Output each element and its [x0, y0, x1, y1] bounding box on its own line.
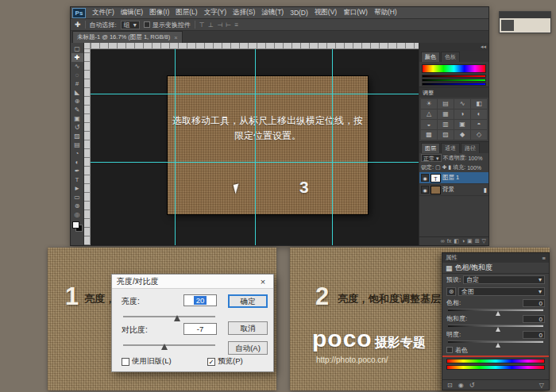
layer-style-icon[interactable]: fx	[447, 238, 451, 244]
adjustment-icon[interactable]: ☀	[421, 99, 437, 109]
adjustment-icon[interactable]: ▣	[454, 120, 470, 129]
clone-stamp-tool[interactable]: ▣	[71, 114, 83, 123]
history-brush-tool[interactable]: ↺	[71, 123, 83, 132]
quick-selection-tool[interactable]: ◌	[71, 71, 83, 79]
saturation-value-input[interactable]: 0	[523, 315, 545, 323]
hue-slider-thumb[interactable]	[496, 311, 500, 316]
hue-value-input[interactable]: 0	[523, 299, 545, 307]
preset-dropdown[interactable]: 自定 ▾	[463, 275, 545, 284]
fill-value[interactable]: 100%	[467, 165, 481, 171]
layer-group-icon[interactable]: ▣	[467, 238, 473, 244]
adjustment-icon[interactable]: ◇	[471, 130, 487, 140]
brightness-slider-thumb[interactable]	[174, 315, 180, 321]
tab-layers[interactable]: 图层	[421, 143, 440, 153]
delete-adjustment-icon[interactable]: ▽	[539, 382, 544, 389]
eraser-tool[interactable]: ▨	[71, 132, 83, 140]
adjustment-icon[interactable]: ◧	[471, 99, 487, 109]
reset-icon[interactable]: ↺	[469, 382, 475, 389]
brush-tool[interactable]: ✎	[71, 106, 83, 114]
menu-edit[interactable]: 编辑(E)	[118, 8, 146, 17]
move-tool[interactable]: ✚	[71, 53, 83, 62]
rectangular-marquee-tool[interactable]: ▢	[71, 44, 83, 53]
guide-vertical-1[interactable]	[175, 49, 176, 245]
menu-layer[interactable]: 图层(L)	[172, 8, 200, 17]
guide-vertical-3[interactable]	[332, 49, 333, 245]
adjustment-layer-icon[interactable]: ◑	[461, 238, 465, 244]
brightness-input[interactable]: 20	[183, 294, 217, 306]
close-tab-icon[interactable]: ×	[174, 34, 177, 41]
layer-row-background[interactable]: ◉ 背景 ▮	[419, 184, 488, 196]
guide-horizontal-2[interactable]	[91, 162, 419, 163]
show-transform-checkbox[interactable]: 显示变换控件	[144, 21, 191, 29]
menu-image[interactable]: 图像(I)	[146, 8, 172, 17]
visibility-eye-icon[interactable]: ◉	[458, 382, 464, 389]
healing-brush-tool[interactable]: ⊕	[71, 97, 83, 106]
zoom-tool[interactable]: ◎	[71, 210, 83, 219]
saturation-slider[interactable]	[448, 325, 543, 327]
menu-view[interactable]: 视图(V)	[311, 8, 340, 17]
dodge-tool[interactable]: ◐	[71, 158, 83, 167]
hue-slider[interactable]	[448, 309, 543, 311]
panel-collapse-bar[interactable]: ◂◂	[419, 43, 488, 51]
adjustment-icon[interactable]: ∿	[454, 99, 470, 109]
lightness-slider[interactable]	[448, 340, 543, 343]
adjustment-icon[interactable]: ▤	[438, 99, 454, 109]
menu-file[interactable]: 文件(F)	[89, 8, 118, 17]
adjustment-icon[interactable]: ◐	[471, 110, 487, 119]
guide-vertical-2[interactable]	[255, 49, 256, 245]
align-buttons[interactable]: ⊤ ⊥ ⊣ ⊢ ≡	[199, 21, 239, 29]
menu-select[interactable]: 选择(S)	[230, 8, 258, 17]
adjustment-icon[interactable]: ▨	[438, 130, 454, 140]
tab-color[interactable]: 颜色	[421, 52, 440, 62]
menu-3d[interactable]: 3D(D)	[287, 9, 311, 17]
shape-tool[interactable]: ▭	[71, 193, 83, 202]
adjustment-icon[interactable]: ▩	[421, 130, 437, 140]
visibility-eye-icon[interactable]: ◉	[421, 186, 429, 194]
layer-mask-icon[interactable]: ◧	[454, 238, 459, 244]
ok-button[interactable]: 确定	[228, 294, 268, 308]
foreground-color-chip[interactable]	[72, 221, 79, 229]
targeted-adjustment-icon[interactable]: ⊛	[446, 287, 456, 296]
adjustment-icon[interactable]: ◆	[454, 130, 470, 140]
contrast-slider-thumb[interactable]	[161, 344, 168, 350]
tab-channels[interactable]: 通道	[441, 143, 460, 153]
lightness-slider-thumb[interactable]	[496, 343, 500, 348]
colorize-checkbox[interactable]	[446, 347, 453, 353]
close-dialog-icon[interactable]: ×	[257, 277, 268, 286]
new-layer-icon[interactable]: ⊞	[475, 238, 480, 244]
document-tab[interactable]: 未标题-1 @ 16.7% (图层 1, RGB/8) ×	[72, 31, 183, 43]
vertical-ruler[interactable]	[84, 49, 91, 245]
adjustment-icon[interactable]: ◒	[421, 120, 437, 129]
menu-window[interactable]: 窗口(W)	[340, 8, 371, 17]
use-legacy-checkbox[interactable]: 使用旧版(L)	[122, 356, 172, 367]
adjustment-icon[interactable]: ◑	[454, 110, 470, 119]
adjustment-icon[interactable]: ▥	[438, 120, 454, 129]
layer-row-layer1[interactable]: ◉ T 图层 1	[419, 172, 488, 184]
delete-layer-icon[interactable]: ▽	[482, 238, 486, 244]
auto-button[interactable]: 自动(A)	[228, 341, 268, 355]
link-layers-icon[interactable]: ∞	[441, 238, 445, 244]
gradient-tool[interactable]: ▤	[71, 140, 83, 149]
panel-menu-icon[interactable]: ≡	[542, 255, 546, 262]
green-slider[interactable]	[422, 79, 486, 82]
lightness-value-input[interactable]: 0	[523, 331, 545, 339]
blend-mode-dropdown[interactable]: 正常 ▾	[421, 154, 442, 162]
tab-paths[interactable]: 路径	[461, 143, 480, 153]
auto-select-dropdown[interactable]: 组 ▾	[121, 21, 140, 29]
red-slider[interactable]	[422, 75, 486, 78]
document[interactable]: 选取移动工具，从标尺上移出纵横定位线，按限定位置设置。 3	[168, 76, 368, 214]
saturation-slider-thumb[interactable]	[496, 327, 500, 332]
lock-buttons[interactable]: ▢ ✚ ▮	[435, 164, 451, 171]
clip-to-layer-icon[interactable]: ⊡	[447, 382, 453, 389]
dialog-title-bar[interactable]: 亮度/对比度 ×	[112, 275, 273, 289]
adjustment-icon[interactable]: △	[421, 110, 437, 119]
blur-tool[interactable]: ◔	[71, 149, 83, 158]
menu-filter[interactable]: 滤镜(T)	[258, 8, 287, 17]
brightness-slider[interactable]	[123, 316, 215, 317]
adjustment-icon[interactable]: ▦	[438, 110, 454, 119]
tab-swatches[interactable]: 色板	[441, 52, 460, 62]
crop-tool[interactable]: #	[71, 79, 83, 88]
path-selection-tool[interactable]: ►	[71, 184, 83, 193]
contrast-input[interactable]: -7	[183, 323, 217, 335]
cancel-button[interactable]: 取消	[228, 321, 268, 335]
